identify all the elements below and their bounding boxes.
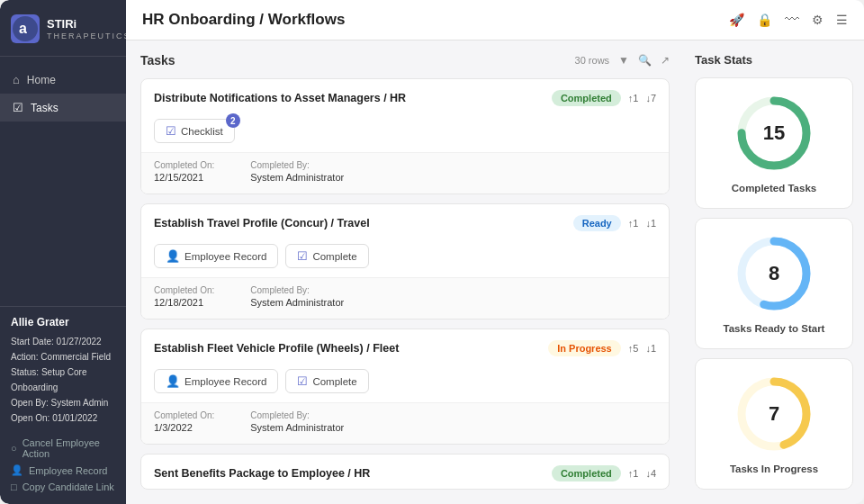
completed-by-value: System Administrator xyxy=(250,422,344,433)
task-card-title: Establish Travel Profile (Concur) / Trav… xyxy=(154,217,573,230)
completed-on-label: Completed On: xyxy=(154,285,214,295)
task-card: Establish Fleet Vehicle Profile (Wheels)… xyxy=(140,328,670,445)
badge-count: 2 xyxy=(226,113,240,128)
task-card-right: Completed ↑1 ↓7 xyxy=(552,90,656,106)
task-action-btn[interactable]: ☑Complete xyxy=(285,244,368,268)
task-card: Establish Travel Profile (Concur) / Trav… xyxy=(140,203,670,320)
employee-record-link[interactable]: 👤 Employee Record xyxy=(11,462,115,479)
person-icon: 👤 xyxy=(166,249,180,263)
task-action-btn[interactable]: 👤Employee Record xyxy=(154,244,278,268)
start-date-value: 01/27/2022 xyxy=(57,337,102,346)
task-action-label: Complete xyxy=(312,251,356,262)
completed-on-value: 12/15/2021 xyxy=(154,172,214,183)
task-card-header: Sent Benefits Package to Employee / HR C… xyxy=(141,454,669,489)
sidebar-item-tasks[interactable]: ☑ Tasks xyxy=(0,94,126,122)
main-content: HR Onboarding / Workflows 🚀 🔒 〰 ⚙ ☰ Task… xyxy=(126,0,864,504)
sidebar-item-home-label: Home xyxy=(27,74,56,86)
tasks-panel-title: Tasks xyxy=(140,53,176,68)
stats-cards-list: 15 Completed Tasks 8 Tasks Ready to Star… xyxy=(695,77,853,490)
status-badge: In Progress xyxy=(548,340,621,356)
stat-card: 7 Tasks In Progress xyxy=(695,358,853,490)
cancel-label: Cancel Employee Action xyxy=(22,437,115,459)
stats-panel: Task Stats 15 Completed Tasks 8 Tasks Re… xyxy=(684,40,864,504)
wave-icon[interactable]: 〰 xyxy=(785,12,799,28)
person-icon: 👤 xyxy=(11,464,23,476)
content-area: Tasks 30 rows ▼ 🔍 ↗ Distribute Notificat… xyxy=(126,40,864,504)
task-card-header: Establish Fleet Vehicle Profile (Wheels)… xyxy=(141,329,669,364)
completed-by-label: Completed By: xyxy=(250,160,344,170)
sidebar-item-tasks-label: Tasks xyxy=(31,102,58,114)
stats-title: Task Stats xyxy=(695,53,853,67)
task-card-right: Ready ↑1 ↓1 xyxy=(573,215,656,231)
open-by-label: Open By: xyxy=(11,398,49,408)
checklist-icon: ☑ xyxy=(297,249,308,263)
task-card: Sent Benefits Package to Employee / HR C… xyxy=(140,454,670,490)
completed-on-value: 12/18/2021 xyxy=(154,297,214,308)
menu-icon[interactable]: ☰ xyxy=(836,13,848,27)
completed-by-label: Completed By: xyxy=(250,285,344,295)
tasks-meta: 30 rows ▼ 🔍 ↗ xyxy=(575,54,670,67)
svg-text:a: a xyxy=(19,21,27,36)
completed-by-label: Completed By: xyxy=(250,410,344,420)
task-actions: 👤Employee Record☑Complete xyxy=(141,364,669,402)
brand-name: STIRi xyxy=(47,17,131,32)
task-card-header: Distribute Notifications to Asset Manage… xyxy=(141,79,669,113)
status-label: Status: xyxy=(11,367,39,377)
task-footer: Completed On: 12/18/2021 Completed By: S… xyxy=(141,277,669,319)
lock-icon[interactable]: 🔒 xyxy=(757,13,772,27)
user-actions: ○ Cancel Employee Action 👤 Employee Reco… xyxy=(11,435,115,495)
cancel-employee-action-link[interactable]: ○ Cancel Employee Action xyxy=(11,435,115,462)
page-title: HR Onboarding / Workflows xyxy=(142,11,345,29)
search-icon[interactable]: 🔍 xyxy=(638,54,652,67)
task-action-label: Employee Record xyxy=(184,376,266,387)
status-badge: Completed xyxy=(552,465,621,482)
task-action-label: Employee Record xyxy=(184,251,266,262)
arrow-up-badge: ↑1 xyxy=(628,468,639,479)
open-on-label: Open On: xyxy=(11,413,50,423)
tasks-header: Tasks 30 rows ▼ 🔍 ↗ xyxy=(140,53,670,68)
copy-candidate-link[interactable]: □ Copy Candidate Link xyxy=(11,479,115,495)
task-card-title: Establish Fleet Vehicle Profile (Wheels)… xyxy=(154,342,548,355)
action-value: Commercial Field xyxy=(40,352,111,362)
completed-on-value: 1/3/2022 xyxy=(154,422,214,433)
checklist-icon: ☑ xyxy=(297,374,308,388)
arrow-up-badge: ↑1 xyxy=(628,218,639,229)
task-actions: ☑Checklist2 xyxy=(141,113,669,152)
task-action-label: Checklist xyxy=(181,126,223,137)
home-icon: ⌂ xyxy=(13,73,20,86)
completed-on-label: Completed On: xyxy=(154,160,214,170)
task-action-btn[interactable]: 👤Employee Record xyxy=(154,369,278,393)
sidebar-item-home[interactable]: ⌂ Home xyxy=(0,66,126,94)
task-card-title: Distribute Notifications to Asset Manage… xyxy=(154,92,552,104)
completed-on-label: Completed On: xyxy=(154,410,214,420)
stat-number: 8 xyxy=(769,262,779,285)
start-date-label: Start Date: xyxy=(11,337,54,346)
tasks-panel: Tasks 30 rows ▼ 🔍 ↗ Distribute Notificat… xyxy=(126,40,684,504)
checklist-icon: ☑ xyxy=(166,124,176,138)
completed-by-value: System Administrator xyxy=(250,172,344,183)
task-actions: 👤Employee Record☑Complete xyxy=(141,238,669,277)
task-card-right: Completed ↑1 ↓4 xyxy=(552,465,656,482)
rocket-icon[interactable]: 🚀 xyxy=(729,13,744,27)
filter-icon[interactable]: ▼ xyxy=(618,54,629,67)
task-action-btn[interactable]: ☑Checklist2 xyxy=(154,119,235,143)
donut-chart: 15 xyxy=(734,93,814,174)
cancel-icon: ○ xyxy=(11,443,17,454)
tasks-icon: ☑ xyxy=(13,101,23,114)
task-footer: Completed On: 1/3/2022 Completed By: Sys… xyxy=(141,402,669,444)
task-action-label: Complete xyxy=(312,376,356,387)
donut-chart: 8 xyxy=(734,233,814,314)
status-badge: Ready xyxy=(573,215,621,231)
task-footer: Completed On: 12/15/2021 Completed By: S… xyxy=(141,152,669,194)
task-card-header: Establish Travel Profile (Concur) / Trav… xyxy=(141,204,669,238)
expand-icon[interactable]: ↗ xyxy=(661,54,670,67)
settings-icon[interactable]: ⚙ xyxy=(812,13,824,27)
task-card: Distribute Notifications to Asset Manage… xyxy=(140,78,670,194)
task-action-btn[interactable]: ☑Complete xyxy=(285,369,368,393)
task-cards-list: Distribute Notifications to Asset Manage… xyxy=(140,78,670,490)
copy-icon: □ xyxy=(11,482,17,492)
logo-area: a STIRi THERAPEUTICS xyxy=(0,0,126,57)
stat-number: 7 xyxy=(769,402,779,426)
top-header: HR Onboarding / Workflows 🚀 🔒 〰 ⚙ ☰ xyxy=(126,0,864,40)
logo-icon: a xyxy=(11,14,40,43)
